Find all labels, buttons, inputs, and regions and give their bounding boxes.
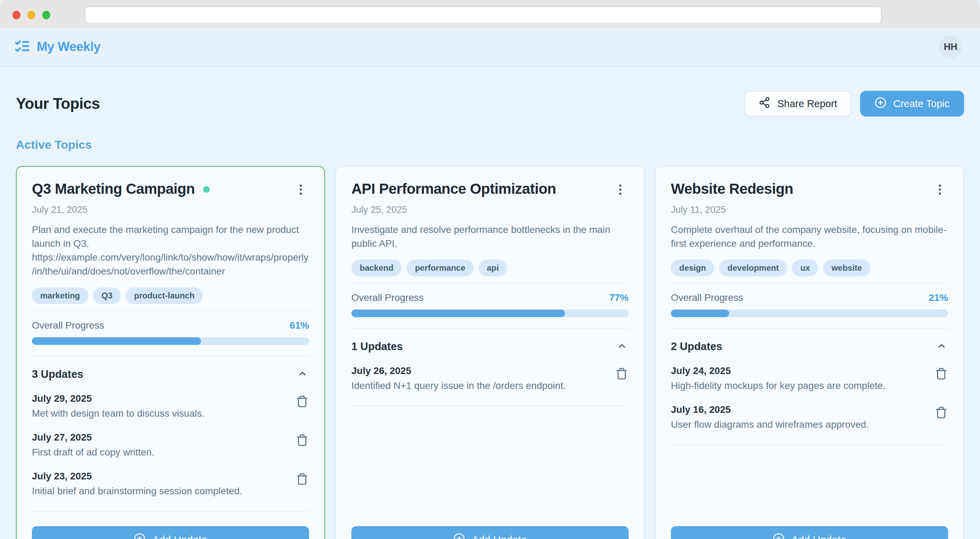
topic-menu-button[interactable] xyxy=(926,180,948,198)
window-controls xyxy=(13,11,50,19)
updates-count: 2 Updates xyxy=(671,340,722,353)
progress-percentage: 77% xyxy=(609,292,628,303)
topic-date: July 21, 2025 xyxy=(32,204,309,215)
plus-circle-icon xyxy=(875,97,886,111)
address-bar-input[interactable] xyxy=(84,6,881,24)
topic-card: Q3 Marketing Campaign July 21, 2025 Plan… xyxy=(16,166,325,539)
kebab-menu-icon xyxy=(933,192,947,198)
collapse-updates-button[interactable] xyxy=(616,339,628,354)
delete-update-button[interactable] xyxy=(927,365,948,381)
plus-circle-icon xyxy=(453,533,465,539)
create-topic-label: Create Topic xyxy=(893,98,950,110)
topic-title: Website Redesign xyxy=(671,180,793,197)
progress-bar-track xyxy=(671,309,948,317)
kebab-menu-icon xyxy=(294,192,308,198)
page-actions: Share Report Create Topic xyxy=(745,91,964,116)
topic-card: API Performance Optimization July 25, 20… xyxy=(336,166,644,539)
update-item: July 23, 2025 Initial brief and brainsto… xyxy=(32,471,309,498)
update-text: Initial brief and brainstorming session … xyxy=(32,485,288,498)
delete-update-button[interactable] xyxy=(927,404,948,420)
trash-icon xyxy=(935,376,947,381)
overall-progress-label: Overall Progress xyxy=(671,292,743,303)
topic-menu-button[interactable] xyxy=(606,180,628,198)
page-title: Your Topics xyxy=(16,95,100,112)
topic-tag: design xyxy=(671,260,714,276)
topic-title: API Performance Optimization xyxy=(352,180,556,197)
progress-section: Overall Progress 61% xyxy=(32,310,309,345)
update-text: Met with design team to discuss visuals. xyxy=(32,407,288,420)
topic-date: July 11, 2025 xyxy=(671,204,948,215)
trash-icon xyxy=(935,415,947,420)
share-report-button[interactable]: Share Report xyxy=(745,91,851,116)
topic-tag: website xyxy=(823,260,870,276)
updates-section: 1 Updates July 26, 2025 Identified N+1 q… xyxy=(352,328,628,406)
overall-progress-label: Overall Progress xyxy=(32,320,104,331)
update-item: July 24, 2025 High-fidelity mockups for … xyxy=(671,365,948,392)
topic-description: Complete overhaul of the company website… xyxy=(671,223,948,250)
add-update-label: Add Update xyxy=(791,534,846,539)
topic-tags: backendperformanceapi xyxy=(352,260,628,276)
delete-update-button[interactable] xyxy=(288,471,309,486)
add-update-button[interactable]: Add Update xyxy=(352,526,628,539)
topic-date: July 25, 2025 xyxy=(352,204,628,215)
progress-percentage: 61% xyxy=(290,320,309,331)
updates-count: 1 Updates xyxy=(352,340,402,353)
progress-bar-track xyxy=(32,337,309,345)
update-item: July 26, 2025 Identified N+1 query issue… xyxy=(352,365,628,392)
update-date: July 23, 2025 xyxy=(32,471,288,482)
share-report-label: Share Report xyxy=(777,98,837,110)
progress-bar-track xyxy=(352,309,628,317)
collapse-updates-button[interactable] xyxy=(935,339,948,354)
topic-menu-button[interactable] xyxy=(287,180,309,198)
user-avatar[interactable]: HH xyxy=(939,35,962,58)
app-header: My Weekly HH xyxy=(0,28,980,67)
plus-circle-icon xyxy=(134,533,146,539)
add-update-button[interactable]: Add Update xyxy=(32,526,309,539)
topic-tags: marketingQ3product-launch xyxy=(32,287,309,304)
minimize-window-button[interactable] xyxy=(27,11,35,19)
updates-count: 3 Updates xyxy=(32,368,83,381)
progress-bar-fill xyxy=(32,337,201,345)
topic-description: Plan and execute the marketing campaign … xyxy=(32,223,309,278)
topic-tag: marketing xyxy=(32,287,88,304)
topic-description: Investigate and resolve performance bott… xyxy=(352,223,628,250)
progress-percentage: 21% xyxy=(929,292,948,303)
overall-progress-label: Overall Progress xyxy=(352,292,424,303)
active-status-dot xyxy=(203,186,210,193)
progress-bar-fill xyxy=(352,309,565,317)
collapse-updates-button[interactable] xyxy=(296,367,309,381)
update-date: July 16, 2025 xyxy=(671,404,927,415)
update-date: July 24, 2025 xyxy=(671,365,927,376)
progress-section: Overall Progress 77% xyxy=(352,282,628,317)
maximize-window-button[interactable] xyxy=(42,11,50,19)
update-text: High-fidelity mockups for key pages are … xyxy=(671,379,927,392)
kebab-menu-icon xyxy=(613,192,627,198)
progress-section: Overall Progress 21% xyxy=(671,282,948,317)
share-icon xyxy=(759,97,770,111)
topic-tag: Q3 xyxy=(93,287,121,304)
delete-update-button[interactable] xyxy=(288,432,309,448)
updates-list: July 26, 2025 Identified N+1 query issue… xyxy=(352,354,628,406)
topic-tag: product-launch xyxy=(126,287,203,304)
add-update-button[interactable]: Add Update xyxy=(671,526,948,539)
topic-tag: ux xyxy=(792,260,818,276)
delete-update-button[interactable] xyxy=(607,365,628,381)
create-topic-button[interactable]: Create Topic xyxy=(860,91,964,116)
update-item: July 27, 2025 First draft of ad copy wri… xyxy=(32,432,309,459)
browser-chrome xyxy=(0,0,980,28)
close-window-button[interactable] xyxy=(13,11,21,19)
trash-icon xyxy=(296,403,309,409)
plus-circle-icon xyxy=(773,533,784,539)
app-brand: My Weekly xyxy=(14,38,100,56)
topic-tag: api xyxy=(479,260,508,276)
delete-update-button[interactable] xyxy=(288,393,309,409)
chevron-up-icon xyxy=(298,375,308,380)
updates-section: 3 Updates July 29, 2025 Met with design … xyxy=(32,356,309,512)
updates-list: July 29, 2025 Met with design team to di… xyxy=(32,381,309,512)
update-text: Identified N+1 query issue in the /order… xyxy=(352,379,607,392)
update-date: July 29, 2025 xyxy=(32,393,288,404)
update-date: July 27, 2025 xyxy=(32,432,288,443)
chevron-up-icon xyxy=(936,347,947,352)
topic-title: Q3 Marketing Campaign xyxy=(32,180,195,197)
progress-bar-fill xyxy=(671,309,729,317)
